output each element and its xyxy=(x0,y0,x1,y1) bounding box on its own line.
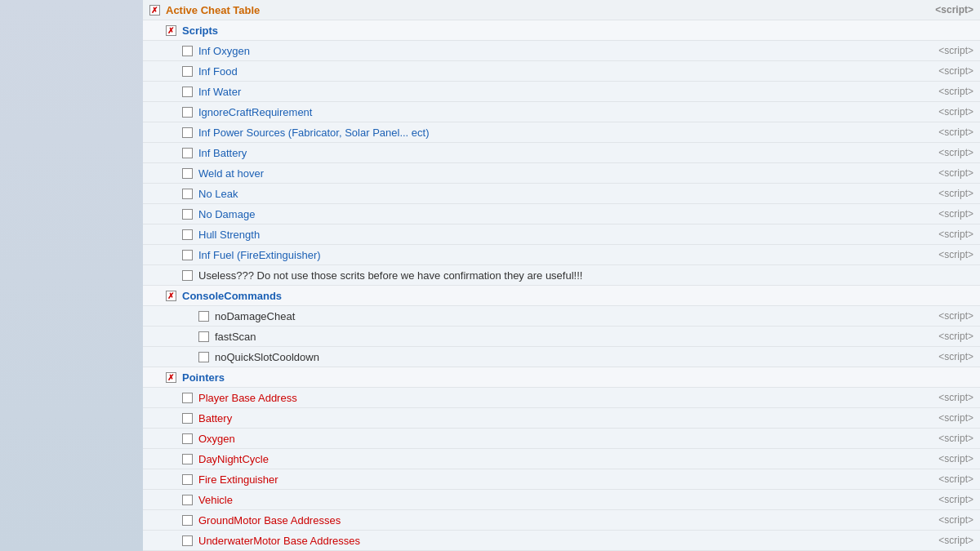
checkbox-cell[interactable] xyxy=(179,250,195,260)
table-row[interactable]: ✗ ConsoleCommands xyxy=(143,286,980,306)
script-tag: <script> xyxy=(923,351,980,362)
checkbox-cell[interactable] xyxy=(179,433,195,444)
checkbox-cell[interactable] xyxy=(179,495,195,505)
checkbox-cell[interactable] xyxy=(195,331,212,342)
checkbox[interactable] xyxy=(182,495,193,505)
table-row[interactable]: noQuickSlotCooldown <script> xyxy=(143,347,980,367)
checkbox-cell[interactable]: ✗ xyxy=(163,291,179,301)
checkbox[interactable] xyxy=(182,413,193,424)
checkbox[interactable] xyxy=(182,46,193,56)
table-row[interactable]: No Damage <script> xyxy=(143,204,980,224)
script-tag: <script> xyxy=(923,147,980,158)
checkbox-cell[interactable] xyxy=(179,66,195,77)
table-row[interactable]: Inf Oxygen <script> xyxy=(143,41,980,61)
checkbox-cell[interactable] xyxy=(179,168,195,179)
checkbox[interactable] xyxy=(182,209,193,220)
checkbox-cell[interactable] xyxy=(179,46,195,56)
checkbox[interactable] xyxy=(182,474,193,485)
checkbox-cell[interactable] xyxy=(179,454,195,464)
checkbox-cell[interactable]: ✗ xyxy=(146,5,163,16)
checkbox[interactable] xyxy=(198,311,209,322)
checkbox-cell[interactable] xyxy=(179,107,195,118)
checkbox-x[interactable]: ✗ xyxy=(149,5,160,16)
checkbox-cell[interactable]: ✗ xyxy=(163,372,179,383)
checkbox[interactable] xyxy=(182,87,193,97)
table-row[interactable]: Inf Power Sources (Fabricator, Solar Pan… xyxy=(143,122,980,143)
checkbox[interactable] xyxy=(182,229,193,240)
checkbox-x[interactable]: ✗ xyxy=(166,25,176,36)
checkbox-cell[interactable] xyxy=(179,515,195,526)
checkbox-cell[interactable] xyxy=(179,229,195,240)
table-row[interactable]: Inf Battery <script> xyxy=(143,143,980,163)
checkbox-cell[interactable] xyxy=(179,189,195,199)
table-row[interactable]: Useless??? Do not use those scrits befor… xyxy=(143,265,980,286)
table-row[interactable]: Inf Fuel (FireExtinguisher) <script> xyxy=(143,245,980,265)
table-row[interactable]: Battery <script> xyxy=(143,408,980,429)
checkbox[interactable] xyxy=(182,66,193,77)
checkbox-cell[interactable] xyxy=(179,87,195,97)
table-row[interactable]: Inf Food <script> xyxy=(143,61,980,82)
checkbox-cell[interactable] xyxy=(195,352,212,362)
script-tag: <script> xyxy=(923,473,980,485)
table-row[interactable]: Hull Strength <script> xyxy=(143,224,980,245)
checkbox-cell[interactable] xyxy=(179,474,195,485)
checkbox[interactable] xyxy=(182,168,193,179)
table-row[interactable]: IgnoreCraftRequirement <script> xyxy=(143,102,980,122)
script-tag: <script> xyxy=(923,433,980,444)
table-row[interactable]: ✗ Active Cheat Table <script> xyxy=(143,0,980,20)
row-label: Battery xyxy=(195,411,923,426)
checkbox[interactable] xyxy=(182,515,193,526)
table-row[interactable]: fastScan <script> xyxy=(143,327,980,347)
checkbox-x[interactable]: ✗ xyxy=(166,291,176,301)
left-sidebar xyxy=(0,0,143,551)
table-row[interactable]: Vehicle <script> xyxy=(143,490,980,510)
checkbox-cell[interactable]: ✗ xyxy=(163,25,179,36)
table-row[interactable]: Oxygen <script> xyxy=(143,429,980,449)
table-row[interactable]: UnderwaterMotor Base Addresses <script> xyxy=(143,531,980,551)
row-label: GroundMotor Base Addresses xyxy=(195,513,923,528)
checkbox[interactable] xyxy=(198,331,209,342)
checkbox[interactable] xyxy=(198,352,209,362)
checkbox[interactable] xyxy=(182,127,193,138)
table-row[interactable]: Player Base Address <script> xyxy=(143,388,980,408)
checkbox-cell[interactable] xyxy=(179,393,195,403)
table-row[interactable]: ✗ Scripts xyxy=(143,20,980,41)
row-label: UnderwaterMotor Base Addresses xyxy=(195,533,923,549)
row-label: Oxygen xyxy=(195,431,923,447)
row-label: No Leak xyxy=(195,186,923,202)
table-row[interactable]: No Leak <script> xyxy=(143,184,980,204)
checkbox-cell[interactable] xyxy=(179,535,195,546)
checkbox[interactable] xyxy=(182,189,193,199)
checkbox[interactable] xyxy=(182,107,193,118)
checkbox[interactable] xyxy=(182,270,193,281)
checkbox[interactable] xyxy=(182,454,193,464)
table-row[interactable]: Fire Extinguisher <script> xyxy=(143,469,980,490)
checkbox-cell[interactable] xyxy=(195,311,212,322)
script-tag: <script> xyxy=(923,208,980,220)
row-label: Inf Water xyxy=(195,84,923,100)
table-row[interactable]: Inf Water <script> xyxy=(143,82,980,102)
table-row[interactable]: Weld at hover <script> xyxy=(143,163,980,184)
table-row[interactable]: GroundMotor Base Addresses <script> xyxy=(143,510,980,531)
checkbox[interactable] xyxy=(182,535,193,546)
row-label: DayNightCycle xyxy=(195,451,923,467)
checkbox-cell[interactable] xyxy=(179,127,195,138)
row-label: Inf Power Sources (Fabricator, Solar Pan… xyxy=(195,125,923,140)
script-tag: <script> xyxy=(923,45,980,56)
row-label: Weld at hover xyxy=(195,166,923,181)
script-tag: <script> xyxy=(923,65,980,77)
row-label: noQuickSlotCooldown xyxy=(212,349,923,365)
checkbox[interactable] xyxy=(182,148,193,158)
checkbox[interactable] xyxy=(182,433,193,444)
checkbox-cell[interactable] xyxy=(179,413,195,424)
table-row[interactable]: ✗ Pointers xyxy=(143,367,980,388)
table-row[interactable]: noDamageCheat <script> xyxy=(143,306,980,327)
checkbox-cell[interactable] xyxy=(179,209,195,220)
checkbox-x[interactable]: ✗ xyxy=(166,372,176,383)
checkbox[interactable] xyxy=(182,393,193,403)
checkbox-cell[interactable] xyxy=(179,270,195,281)
table-row[interactable]: DayNightCycle <script> xyxy=(143,449,980,469)
checkbox[interactable] xyxy=(182,250,193,260)
main-container: ✗ Active Cheat Table <script> ✗ Scripts … xyxy=(0,0,980,551)
checkbox-cell[interactable] xyxy=(179,148,195,158)
